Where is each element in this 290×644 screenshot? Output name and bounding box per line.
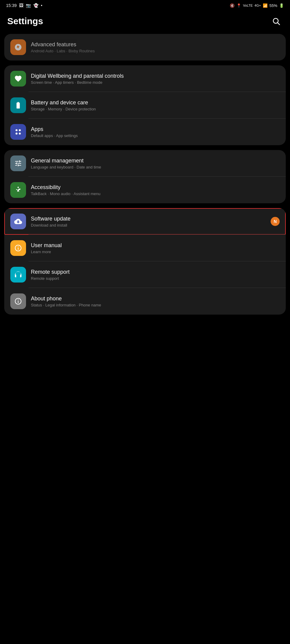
settings-item-apps[interactable]: Apps Default apps · App settings xyxy=(4,119,286,145)
settings-item-software-update[interactable]: Software update Download and install N xyxy=(4,208,286,235)
remote-support-title: Remote support xyxy=(31,269,280,275)
general-management-text: General management Language and keyboard… xyxy=(31,158,280,169)
digital-wellbeing-icon xyxy=(10,71,26,87)
settings-item-advanced-features[interactable]: Advanced features Android Auto · Labs · … xyxy=(4,34,286,60)
user-manual-text: User manual Learn more xyxy=(31,242,280,254)
snapchat-icon: 👻 xyxy=(33,3,38,8)
remote-support-icon xyxy=(10,267,26,283)
battery-device-icon xyxy=(10,97,26,113)
page-title: Settings xyxy=(7,16,43,26)
dot-icon: • xyxy=(41,3,42,8)
general-management-subtitle: Language and keyboard · Date and time xyxy=(31,165,280,169)
settings-item-accessibility[interactable]: Accessibility TalkBack · Mono audio · As… xyxy=(4,177,286,203)
status-bar: 15:39 🖼 📷 👻 • 🔇 📍 VoLTE 4G+ 📶 55% 🔋 xyxy=(0,0,290,10)
accessibility-subtitle: TalkBack · Mono audio · Assistant menu xyxy=(31,191,280,196)
location-icon: 📍 xyxy=(236,3,241,8)
svg-point-3 xyxy=(19,129,21,131)
svg-point-5 xyxy=(19,132,21,135)
user-manual-title: User manual xyxy=(31,242,280,249)
advanced-features-title: Advanced features xyxy=(31,41,280,48)
gallery-icon: 🖼 xyxy=(19,3,23,8)
advanced-features-icon xyxy=(10,39,26,55)
accessibility-icon xyxy=(10,182,26,198)
apps-title: Apps xyxy=(31,126,280,132)
user-manual-subtitle: Learn more xyxy=(31,250,280,254)
software-update-subtitle: Download and install xyxy=(31,223,271,227)
settings-item-about-phone[interactable]: About phone Status · Legal information ·… xyxy=(4,288,286,315)
lte-icon: 4G+ xyxy=(255,4,261,7)
about-phone-text: About phone Status · Legal information ·… xyxy=(31,296,280,307)
apps-subtitle: Default apps · App settings xyxy=(31,133,280,138)
battery-device-title: Battery and device care xyxy=(31,100,280,106)
accessibility-text: Accessibility TalkBack · Mono audio · As… xyxy=(31,184,280,196)
advanced-features-subtitle: Android Auto · Labs · Bixby Routines xyxy=(31,49,280,53)
settings-group-support: Software update Download and install N U… xyxy=(4,208,286,315)
settings-group-advanced: Advanced features Android Auto · Labs · … xyxy=(4,34,286,60)
battery-device-text: Battery and device care Storage · Memory… xyxy=(31,100,280,111)
status-left: 15:39 🖼 📷 👻 • xyxy=(6,3,42,8)
battery-level: 55% xyxy=(269,3,277,8)
app-header: Settings xyxy=(0,10,290,34)
search-button[interactable] xyxy=(269,15,283,28)
accessibility-title: Accessibility xyxy=(31,184,280,191)
software-update-badge: N xyxy=(271,217,280,226)
signal-icon: 📶 xyxy=(263,3,268,8)
user-manual-icon xyxy=(10,240,26,256)
general-management-title: General management xyxy=(31,158,280,164)
settings-item-user-manual[interactable]: User manual Learn more xyxy=(4,235,286,261)
digital-wellbeing-subtitle: Screen time · App timers · Bedtime mode xyxy=(31,80,280,85)
settings-group-general: General management Language and keyboard… xyxy=(4,150,286,203)
digital-wellbeing-title: Digital Wellbeing and parental controls xyxy=(31,73,280,79)
settings-group-wellbeing: Digital Wellbeing and parental controls … xyxy=(4,65,286,145)
battery-device-subtitle: Storage · Memory · Device protection xyxy=(31,107,280,111)
mute-icon: 🔇 xyxy=(230,3,235,8)
instagram-icon: 📷 xyxy=(26,3,31,8)
about-phone-title: About phone xyxy=(31,296,280,302)
svg-line-1 xyxy=(278,23,279,25)
status-right: 🔇 📍 VoLTE 4G+ 📶 55% 🔋 xyxy=(230,3,284,8)
status-time: 15:39 xyxy=(6,3,17,8)
settings-item-digital-wellbeing[interactable]: Digital Wellbeing and parental controls … xyxy=(4,65,286,92)
general-management-icon xyxy=(10,155,26,171)
remote-support-text: Remote support Remote support xyxy=(31,269,280,281)
settings-item-remote-support[interactable]: Remote support Remote support xyxy=(4,261,286,288)
settings-item-general-management[interactable]: General management Language and keyboard… xyxy=(4,150,286,177)
remote-support-subtitle: Remote support xyxy=(31,276,280,281)
apps-icon xyxy=(10,124,26,140)
advanced-features-text: Advanced features Android Auto · Labs · … xyxy=(31,41,280,53)
settings-item-battery[interactable]: Battery and device care Storage · Memory… xyxy=(4,92,286,119)
volte-icon: VoLTE xyxy=(243,4,253,7)
apps-text: Apps Default apps · App settings xyxy=(31,126,280,138)
svg-point-6 xyxy=(18,187,19,188)
about-phone-icon xyxy=(10,293,26,309)
software-update-title: Software update xyxy=(31,216,271,222)
software-update-icon xyxy=(10,214,26,229)
battery-icon: 🔋 xyxy=(279,3,284,8)
svg-point-4 xyxy=(15,132,18,135)
digital-wellbeing-text: Digital Wellbeing and parental controls … xyxy=(31,73,280,85)
software-update-text: Software update Download and install xyxy=(31,216,271,227)
about-phone-subtitle: Status · Legal information · Phone name xyxy=(31,303,280,307)
svg-point-2 xyxy=(15,129,18,131)
